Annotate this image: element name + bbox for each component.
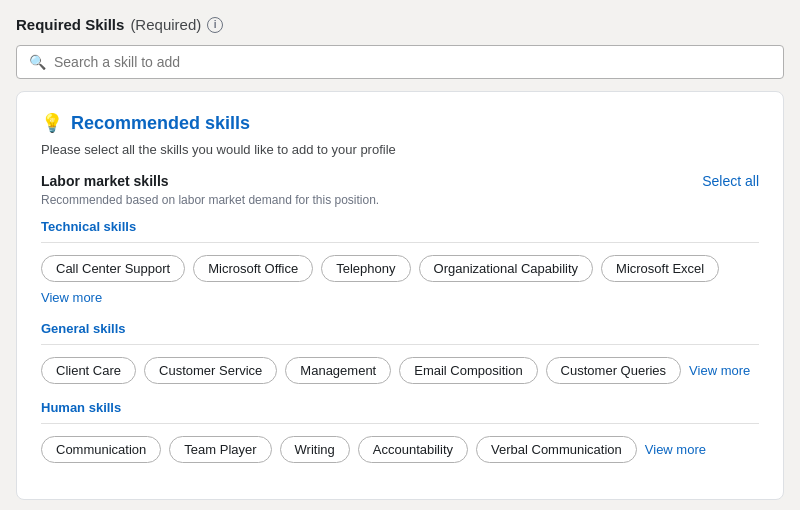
skill-call-center-support[interactable]: Call Center Support (41, 255, 185, 282)
skill-microsoft-office[interactable]: Microsoft Office (193, 255, 313, 282)
skill-writing[interactable]: Writing (280, 436, 350, 463)
technical-skills-row: Call Center Support Microsoft Office Tel… (41, 255, 759, 305)
select-all-link[interactable]: Select all (702, 173, 759, 189)
skill-customer-service[interactable]: Customer Service (144, 357, 277, 384)
general-skills-title: General skills (41, 321, 759, 336)
general-divider (41, 344, 759, 345)
skill-team-player[interactable]: Team Player (169, 436, 271, 463)
skill-microsoft-excel[interactable]: Microsoft Excel (601, 255, 719, 282)
labor-market-sub: Recommended based on labor market demand… (41, 193, 759, 207)
general-view-more[interactable]: View more (689, 363, 750, 378)
general-skills-row: Client Care Customer Service Management … (41, 357, 759, 384)
info-icon[interactable]: i (207, 17, 223, 33)
search-bar: 🔍 (16, 45, 784, 79)
skill-customer-queries[interactable]: Customer Queries (546, 357, 681, 384)
technical-divider (41, 242, 759, 243)
human-divider (41, 423, 759, 424)
recommended-title: 💡 Recommended skills (41, 112, 759, 134)
recommended-skills-card: 💡 Recommended skills Please select all t… (16, 91, 784, 500)
human-skills-row: Communication Team Player Writing Accoun… (41, 436, 759, 463)
skill-telephony[interactable]: Telephony (321, 255, 410, 282)
skill-client-care[interactable]: Client Care (41, 357, 136, 384)
skill-email-composition[interactable]: Email Composition (399, 357, 537, 384)
skill-management[interactable]: Management (285, 357, 391, 384)
labor-market-label: Labor market skills (41, 173, 169, 189)
technical-view-more[interactable]: View more (41, 290, 102, 305)
skill-accountability[interactable]: Accountability (358, 436, 468, 463)
section-title: Required Skills (16, 16, 124, 33)
skill-verbal-communication[interactable]: Verbal Communication (476, 436, 637, 463)
search-icon: 🔍 (29, 54, 46, 70)
search-input[interactable] (54, 54, 771, 70)
human-view-more[interactable]: View more (645, 442, 706, 457)
bulb-icon: 💡 (41, 112, 63, 134)
human-skills-title: Human skills (41, 400, 759, 415)
technical-skills-title: Technical skills (41, 219, 759, 234)
skill-organizational-capability[interactable]: Organizational Capability (419, 255, 594, 282)
card-description: Please select all the skills you would l… (41, 142, 759, 157)
required-label: (Required) (130, 16, 201, 33)
labor-market-header: Labor market skills Select all (41, 173, 759, 189)
skill-communication[interactable]: Communication (41, 436, 161, 463)
